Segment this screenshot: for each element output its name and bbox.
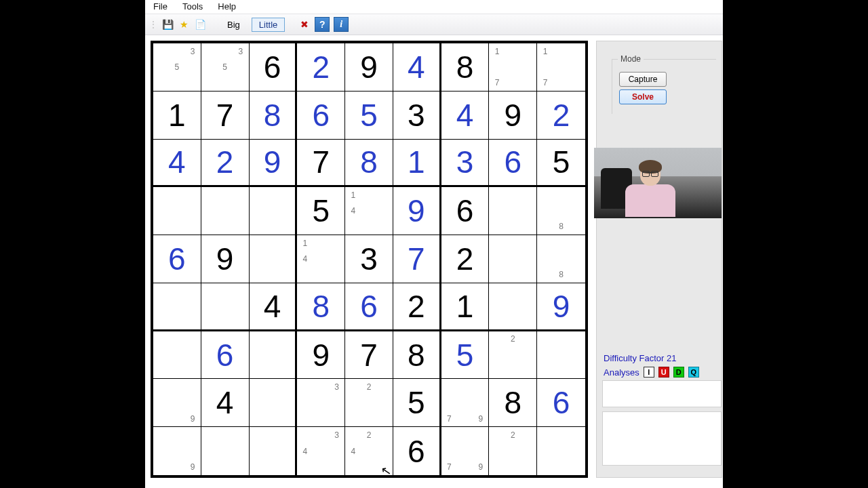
cell-r2-c3[interactable]: 8 [250, 92, 298, 140]
cell-r6-c4[interactable]: 8 [297, 283, 345, 331]
cell-r2-c5[interactable]: 5 [345, 92, 393, 140]
cell-r4-c4[interactable]: 5 [297, 187, 345, 235]
cell-r6-c9[interactable]: 9 [537, 283, 585, 331]
cell-r7-c2[interactable]: 6 [201, 331, 250, 380]
cell-r9-c8[interactable]: 2 [489, 427, 537, 475]
big-button[interactable]: Big [220, 18, 248, 32]
cell-r7-c3[interactable] [250, 331, 298, 380]
cell-r9-c4[interactable]: 34 [297, 427, 345, 475]
save-icon[interactable]: 💾 [161, 18, 174, 30]
capture-button[interactable]: Capture [619, 72, 667, 87]
cell-r5-c8[interactable] [489, 235, 537, 283]
page-icon[interactable]: 📄 [194, 18, 206, 30]
cell-r9-c9[interactable] [537, 427, 585, 475]
side-panel: Mode Capture Solve Difficulty Factor 21 … [596, 41, 722, 478]
cell-r4-c7[interactable]: 6 [441, 187, 490, 235]
cell-r3-c6[interactable]: 1 [393, 140, 441, 188]
cell-r3-c9[interactable]: 5 [537, 140, 585, 188]
cell-r1-c5[interactable]: 9 [345, 43, 393, 92]
cell-r7-c6[interactable]: 8 [393, 331, 441, 380]
solve-button[interactable]: Solve [619, 89, 667, 104]
cell-r6-c1[interactable] [153, 283, 201, 331]
cell-r9-c5[interactable]: 24 [345, 427, 393, 475]
cell-r4-c3[interactable] [250, 187, 298, 235]
cell-r8-c9[interactable]: 6 [537, 379, 585, 427]
cell-r7-c7[interactable]: 5 [441, 331, 490, 380]
cell-r1-c9[interactable]: 17 [537, 43, 585, 92]
cell-r1-c4[interactable]: 2 [297, 43, 345, 92]
cell-r8-c7[interactable]: 79 [441, 379, 490, 427]
cell-r2-c6[interactable]: 3 [393, 92, 441, 140]
cell-r3-c8[interactable]: 6 [489, 140, 537, 188]
cell-r5-c4[interactable]: 14 [297, 235, 345, 283]
cell-r7-c5[interactable]: 7 [345, 331, 393, 380]
cell-r1-c1[interactable]: 35 [153, 43, 201, 92]
cell-r8-c4[interactable]: 3 [297, 379, 345, 427]
cell-r9-c1[interactable]: 9 [153, 427, 201, 475]
cell-r1-c8[interactable]: 17 [489, 43, 537, 92]
cell-r2-c4[interactable]: 6 [297, 92, 345, 140]
cell-r6-c3[interactable]: 4 [250, 283, 298, 331]
delete-icon[interactable]: ✖ [298, 18, 311, 30]
cell-r8-c5[interactable]: 2 [345, 379, 393, 427]
cell-r4-c9[interactable]: 8 [537, 187, 585, 235]
cell-r1-c7[interactable]: 8 [441, 43, 490, 92]
cell-r6-c8[interactable] [489, 283, 537, 331]
cell-r5-c9[interactable]: 8 [537, 235, 585, 283]
cell-r8-c8[interactable]: 8 [489, 379, 537, 427]
little-button[interactable]: Little [252, 18, 285, 32]
cell-r8-c6[interactable]: 5 [393, 379, 441, 427]
analysis-Q[interactable]: Q [688, 367, 699, 378]
cell-r2-c2[interactable]: 7 [201, 92, 250, 140]
cell-r3-c2[interactable]: 2 [201, 140, 250, 188]
cell-r4-c1[interactable] [153, 187, 201, 235]
cell-r9-c6[interactable]: 6 [393, 427, 441, 475]
cell-r7-c8[interactable]: 2 [489, 331, 537, 380]
help-button[interactable]: ? [315, 17, 330, 32]
cell-r9-c3[interactable] [250, 427, 298, 475]
cell-r4-c2[interactable] [201, 187, 250, 235]
cell-r7-c1[interactable] [153, 331, 201, 380]
cell-r5-c6[interactable]: 7 [393, 235, 441, 283]
cell-r6-c2[interactable] [201, 283, 250, 331]
cell-r6-c6[interactable]: 2 [393, 283, 441, 331]
sudoku-grid[interactable]: 3535629481717178653492429781365514968691… [151, 41, 588, 478]
cell-r1-c3[interactable]: 6 [250, 43, 298, 92]
cell-r8-c3[interactable] [250, 379, 298, 427]
cell-r4-c6[interactable]: 9 [393, 187, 441, 235]
cell-r4-c5[interactable]: 14 [345, 187, 393, 235]
cell-r7-c4[interactable]: 9 [297, 331, 345, 380]
analysis-I[interactable]: I [644, 367, 654, 378]
analysis-D[interactable]: D [673, 367, 684, 378]
menu-tools[interactable]: Tools [182, 1, 203, 12]
cell-r1-c6[interactable]: 4 [393, 43, 441, 92]
menu-help[interactable]: Help [218, 1, 236, 12]
cell-r2-c7[interactable]: 4 [441, 92, 490, 140]
cell-r3-c4[interactable]: 7 [297, 140, 345, 188]
cell-r3-c1[interactable]: 4 [153, 140, 201, 188]
cell-r2-c1[interactable]: 1 [153, 92, 201, 140]
cell-r5-c7[interactable]: 2 [441, 235, 490, 283]
cell-r3-c7[interactable]: 3 [441, 140, 490, 188]
menu-file[interactable]: File [153, 1, 167, 12]
cell-r6-c7[interactable]: 1 [441, 283, 490, 331]
cell-r3-c3[interactable]: 9 [250, 140, 298, 188]
star-icon[interactable]: ★ [178, 18, 190, 30]
cell-r7-c9[interactable] [537, 331, 585, 380]
cell-r9-c2[interactable] [201, 427, 250, 475]
cell-r9-c7[interactable]: 79 [441, 427, 490, 475]
cell-r5-c1[interactable]: 6 [153, 235, 201, 283]
cell-r5-c5[interactable]: 3 [345, 235, 393, 283]
cell-r3-c5[interactable]: 8 [345, 140, 393, 188]
analysis-U[interactable]: U [658, 367, 669, 378]
cell-r4-c8[interactable] [489, 187, 537, 235]
cell-r5-c2[interactable]: 9 [201, 235, 250, 283]
cell-r2-c8[interactable]: 9 [489, 92, 537, 140]
cell-r1-c2[interactable]: 35 [201, 43, 250, 92]
cell-r2-c9[interactable]: 2 [537, 92, 585, 140]
cell-r8-c1[interactable]: 9 [153, 379, 201, 427]
info-button[interactable]: i [334, 17, 349, 32]
cell-r6-c5[interactable]: 6 [345, 283, 393, 331]
cell-r8-c2[interactable]: 4 [201, 379, 250, 427]
cell-r5-c3[interactable] [250, 235, 298, 283]
